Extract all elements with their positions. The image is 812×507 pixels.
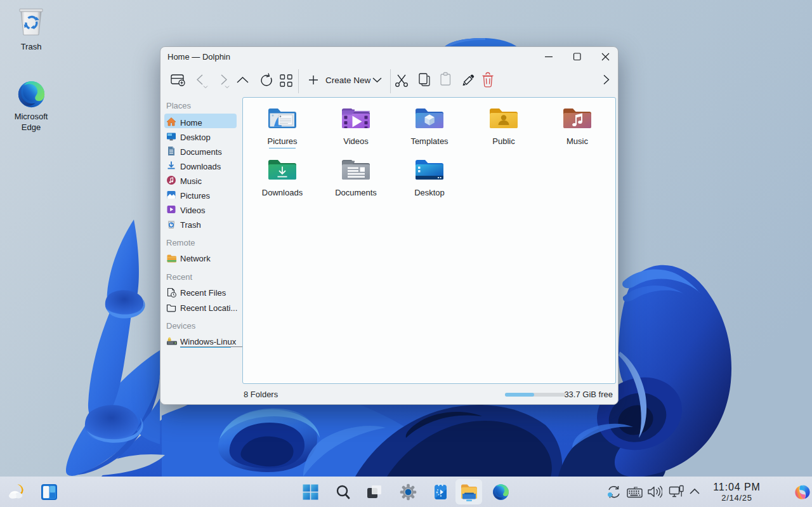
svg-text:Documents: Documents xyxy=(335,188,377,197)
svg-text:Music: Music xyxy=(566,136,588,146)
svg-text:Pictures: Pictures xyxy=(268,136,298,146)
svg-text:Public: Public xyxy=(492,136,515,146)
svg-text:Videos: Videos xyxy=(343,136,369,146)
svg-text:Create New: Create New xyxy=(325,76,371,85)
svg-text:Desktop: Desktop xyxy=(414,188,445,197)
svg-text:Templates: Templates xyxy=(410,136,449,146)
svg-text:Downloads: Downloads xyxy=(262,188,303,197)
